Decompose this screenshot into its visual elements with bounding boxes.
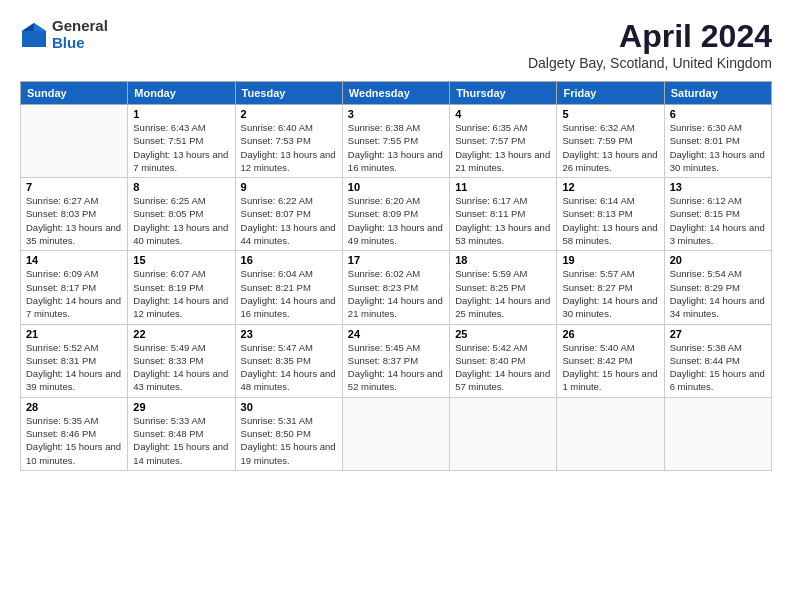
day-number: 2: [241, 108, 337, 120]
day-number: 26: [562, 328, 658, 340]
calendar-week-1: 7Sunrise: 6:27 AMSunset: 8:03 PMDaylight…: [21, 178, 772, 251]
calendar-week-4: 28Sunrise: 5:35 AMSunset: 8:46 PMDayligh…: [21, 397, 772, 470]
day-number: 24: [348, 328, 444, 340]
day-number: 17: [348, 254, 444, 266]
day-info: Sunrise: 5:42 AMSunset: 8:40 PMDaylight:…: [455, 341, 551, 394]
day-info: Sunrise: 5:49 AMSunset: 8:33 PMDaylight:…: [133, 341, 229, 394]
day-info: Sunrise: 6:35 AMSunset: 7:57 PMDaylight:…: [455, 121, 551, 174]
calendar-cell: 1Sunrise: 6:43 AMSunset: 7:51 PMDaylight…: [128, 105, 235, 178]
main-title: April 2024: [528, 18, 772, 55]
day-number: 30: [241, 401, 337, 413]
header-row: Sunday Monday Tuesday Wednesday Thursday…: [21, 82, 772, 105]
logo-general-text: General: [52, 18, 108, 35]
calendar-cell: [21, 105, 128, 178]
day-number: 5: [562, 108, 658, 120]
day-info: Sunrise: 6:02 AMSunset: 8:23 PMDaylight:…: [348, 267, 444, 320]
day-number: 3: [348, 108, 444, 120]
day-number: 8: [133, 181, 229, 193]
calendar-cell: 15Sunrise: 6:07 AMSunset: 8:19 PMDayligh…: [128, 251, 235, 324]
day-info: Sunrise: 6:27 AMSunset: 8:03 PMDaylight:…: [26, 194, 122, 247]
day-info: Sunrise: 6:17 AMSunset: 8:11 PMDaylight:…: [455, 194, 551, 247]
day-info: Sunrise: 6:22 AMSunset: 8:07 PMDaylight:…: [241, 194, 337, 247]
calendar-week-0: 1Sunrise: 6:43 AMSunset: 7:51 PMDaylight…: [21, 105, 772, 178]
calendar-week-3: 21Sunrise: 5:52 AMSunset: 8:31 PMDayligh…: [21, 324, 772, 397]
logo-blue-text: Blue: [52, 35, 108, 52]
calendar-cell: [450, 397, 557, 470]
calendar-cell: 10Sunrise: 6:20 AMSunset: 8:09 PMDayligh…: [342, 178, 449, 251]
day-info: Sunrise: 5:59 AMSunset: 8:25 PMDaylight:…: [455, 267, 551, 320]
day-info: Sunrise: 6:32 AMSunset: 7:59 PMDaylight:…: [562, 121, 658, 174]
day-info: Sunrise: 6:40 AMSunset: 7:53 PMDaylight:…: [241, 121, 337, 174]
calendar-cell: 12Sunrise: 6:14 AMSunset: 8:13 PMDayligh…: [557, 178, 664, 251]
calendar-cell: 25Sunrise: 5:42 AMSunset: 8:40 PMDayligh…: [450, 324, 557, 397]
day-number: 13: [670, 181, 766, 193]
day-info: Sunrise: 6:12 AMSunset: 8:15 PMDaylight:…: [670, 194, 766, 247]
svg-marker-1: [34, 23, 46, 31]
day-number: 11: [455, 181, 551, 193]
day-info: Sunrise: 6:07 AMSunset: 8:19 PMDaylight:…: [133, 267, 229, 320]
calendar-cell: 29Sunrise: 5:33 AMSunset: 8:48 PMDayligh…: [128, 397, 235, 470]
logo-icon: [20, 21, 48, 49]
day-info: Sunrise: 6:14 AMSunset: 8:13 PMDaylight:…: [562, 194, 658, 247]
calendar-cell: [557, 397, 664, 470]
day-info: Sunrise: 5:40 AMSunset: 8:42 PMDaylight:…: [562, 341, 658, 394]
calendar-cell: 5Sunrise: 6:32 AMSunset: 7:59 PMDaylight…: [557, 105, 664, 178]
day-number: 1: [133, 108, 229, 120]
day-number: 27: [670, 328, 766, 340]
day-info: Sunrise: 6:43 AMSunset: 7:51 PMDaylight:…: [133, 121, 229, 174]
calendar-cell: 27Sunrise: 5:38 AMSunset: 8:44 PMDayligh…: [664, 324, 771, 397]
calendar-cell: 19Sunrise: 5:57 AMSunset: 8:27 PMDayligh…: [557, 251, 664, 324]
col-tuesday: Tuesday: [235, 82, 342, 105]
day-info: Sunrise: 5:54 AMSunset: 8:29 PMDaylight:…: [670, 267, 766, 320]
calendar-cell: [342, 397, 449, 470]
day-info: Sunrise: 5:45 AMSunset: 8:37 PMDaylight:…: [348, 341, 444, 394]
day-info: Sunrise: 5:35 AMSunset: 8:46 PMDaylight:…: [26, 414, 122, 467]
col-friday: Friday: [557, 82, 664, 105]
calendar-cell: 3Sunrise: 6:38 AMSunset: 7:55 PMDaylight…: [342, 105, 449, 178]
day-info: Sunrise: 6:09 AMSunset: 8:17 PMDaylight:…: [26, 267, 122, 320]
calendar-cell: 30Sunrise: 5:31 AMSunset: 8:50 PMDayligh…: [235, 397, 342, 470]
day-info: Sunrise: 5:52 AMSunset: 8:31 PMDaylight:…: [26, 341, 122, 394]
day-number: 16: [241, 254, 337, 266]
day-info: Sunrise: 6:30 AMSunset: 8:01 PMDaylight:…: [670, 121, 766, 174]
day-number: 7: [26, 181, 122, 193]
logo: General Blue: [20, 18, 108, 51]
calendar-cell: 16Sunrise: 6:04 AMSunset: 8:21 PMDayligh…: [235, 251, 342, 324]
day-info: Sunrise: 5:31 AMSunset: 8:50 PMDaylight:…: [241, 414, 337, 467]
day-number: 10: [348, 181, 444, 193]
calendar-cell: 20Sunrise: 5:54 AMSunset: 8:29 PMDayligh…: [664, 251, 771, 324]
page: General Blue April 2024 Dalgety Bay, Sco…: [0, 0, 792, 612]
day-number: 21: [26, 328, 122, 340]
col-monday: Monday: [128, 82, 235, 105]
calendar-cell: 23Sunrise: 5:47 AMSunset: 8:35 PMDayligh…: [235, 324, 342, 397]
day-number: 18: [455, 254, 551, 266]
calendar-table: Sunday Monday Tuesday Wednesday Thursday…: [20, 81, 772, 471]
day-number: 25: [455, 328, 551, 340]
calendar-cell: 21Sunrise: 5:52 AMSunset: 8:31 PMDayligh…: [21, 324, 128, 397]
svg-marker-2: [22, 23, 34, 31]
calendar-cell: 28Sunrise: 5:35 AMSunset: 8:46 PMDayligh…: [21, 397, 128, 470]
col-wednesday: Wednesday: [342, 82, 449, 105]
day-number: 29: [133, 401, 229, 413]
calendar-cell: 13Sunrise: 6:12 AMSunset: 8:15 PMDayligh…: [664, 178, 771, 251]
calendar-week-2: 14Sunrise: 6:09 AMSunset: 8:17 PMDayligh…: [21, 251, 772, 324]
day-info: Sunrise: 6:25 AMSunset: 8:05 PMDaylight:…: [133, 194, 229, 247]
day-number: 12: [562, 181, 658, 193]
calendar-cell: 17Sunrise: 6:02 AMSunset: 8:23 PMDayligh…: [342, 251, 449, 324]
day-number: 19: [562, 254, 658, 266]
day-number: 23: [241, 328, 337, 340]
day-number: 15: [133, 254, 229, 266]
col-saturday: Saturday: [664, 82, 771, 105]
col-thursday: Thursday: [450, 82, 557, 105]
title-block: April 2024 Dalgety Bay, Scotland, United…: [528, 18, 772, 71]
calendar-cell: [664, 397, 771, 470]
day-info: Sunrise: 6:38 AMSunset: 7:55 PMDaylight:…: [348, 121, 444, 174]
calendar-cell: 7Sunrise: 6:27 AMSunset: 8:03 PMDaylight…: [21, 178, 128, 251]
calendar-cell: 22Sunrise: 5:49 AMSunset: 8:33 PMDayligh…: [128, 324, 235, 397]
calendar-cell: 14Sunrise: 6:09 AMSunset: 8:17 PMDayligh…: [21, 251, 128, 324]
calendar-cell: 9Sunrise: 6:22 AMSunset: 8:07 PMDaylight…: [235, 178, 342, 251]
day-number: 14: [26, 254, 122, 266]
calendar-cell: 26Sunrise: 5:40 AMSunset: 8:42 PMDayligh…: [557, 324, 664, 397]
calendar-cell: 8Sunrise: 6:25 AMSunset: 8:05 PMDaylight…: [128, 178, 235, 251]
day-info: Sunrise: 6:20 AMSunset: 8:09 PMDaylight:…: [348, 194, 444, 247]
